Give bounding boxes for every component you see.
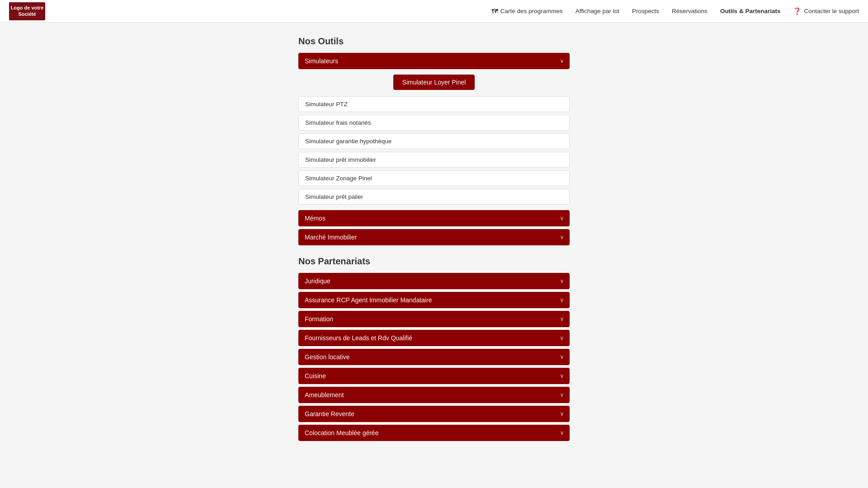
partenariat-chevron-3: v — [561, 335, 563, 341]
sim-item-garantie[interactable]: Simulateur garantie hypothèque — [298, 133, 570, 149]
partenariat-chevron-5: v — [561, 373, 563, 379]
partenariat-chevron-0: v — [561, 278, 563, 284]
logo[interactable]: Logo de votre Société — [9, 2, 45, 20]
partenariat-chevron-4: v — [561, 354, 563, 360]
nav-support[interactable]: ❓ Contacter le support — [793, 7, 859, 15]
memos-header[interactable]: Mémos v — [298, 210, 570, 226]
partenariat-header-3[interactable]: Fournisseurs de Leads et Rdv Qualifié v — [298, 330, 570, 346]
simulateurs-header[interactable]: Simulateurs v — [298, 53, 570, 69]
navbar: Logo de votre Société 🗺 Carte des progra… — [0, 0, 868, 23]
partenariat-chevron-8: v — [561, 430, 563, 436]
partenariat-item-7[interactable]: Garantie Revente v — [298, 406, 570, 422]
simulateurs-chevron: v — [561, 58, 563, 64]
nav-carte[interactable]: 🗺 Carte des programmes — [491, 7, 563, 15]
simulateurs-body: Simulateur Loyer Pinel Simulateur PTZ Si… — [298, 69, 570, 207]
partenariat-item-0[interactable]: Juridique v — [298, 273, 570, 289]
sim-item-frais[interactable]: Simulateur frais notariés — [298, 115, 570, 131]
marche-accordion[interactable]: Marché Immobilier v — [298, 229, 570, 245]
carte-icon: 🗺 — [491, 7, 498, 15]
nav-reservations[interactable]: Réservations — [672, 8, 708, 14]
partenariat-item-8[interactable]: Colocation Meublée gérée v — [298, 425, 570, 441]
partenariat-chevron-7: v — [561, 411, 563, 417]
nos-partenariats-title: Nos Partenariats — [298, 256, 570, 267]
nav-affichage[interactable]: Affichage par lot — [576, 8, 619, 14]
partenariat-header-4[interactable]: Gestion locative v — [298, 349, 570, 365]
memos-accordion[interactable]: Mémos v — [298, 210, 570, 226]
partenariat-chevron-1: v — [561, 297, 563, 303]
sim-item-ptz[interactable]: Simulateur PTZ — [298, 96, 570, 112]
simulateur-loyer-pinel-button[interactable]: Simulateur Loyer Pinel — [393, 75, 475, 90]
partenariat-chevron-2: v — [561, 316, 563, 322]
partenariat-item-2[interactable]: Formation v — [298, 311, 570, 327]
memos-chevron: v — [561, 215, 563, 221]
partenariat-item-4[interactable]: Gestion locative v — [298, 349, 570, 365]
partenariat-item-3[interactable]: Fournisseurs de Leads et Rdv Qualifié v — [298, 330, 570, 346]
nav-prospects[interactable]: Prospects — [632, 8, 659, 14]
main-content: Nos Outils Simulateurs v Simulateur Loye… — [289, 23, 579, 466]
nos-outils-title: Nos Outils — [298, 36, 570, 47]
partenariat-header-8[interactable]: Colocation Meublée gérée v — [298, 425, 570, 441]
partenariat-header-2[interactable]: Formation v — [298, 311, 570, 327]
support-icon: ❓ — [793, 7, 802, 15]
sim-item-pret-palier[interactable]: Simulateur prêt palier — [298, 189, 570, 205]
partenariat-header-7[interactable]: Garantie Revente v — [298, 406, 570, 422]
partenariat-header-5[interactable]: Cuisine v — [298, 368, 570, 384]
marche-header[interactable]: Marché Immobilier v — [298, 229, 570, 245]
nav-outils[interactable]: Outils & Partenariats — [720, 8, 781, 14]
partenariat-item-5[interactable]: Cuisine v — [298, 368, 570, 384]
partenariat-header-0[interactable]: Juridique v — [298, 273, 570, 289]
partenariat-header-1[interactable]: Assurance RCP Agent Immobilier Mandatair… — [298, 292, 570, 308]
partenariat-item-1[interactable]: Assurance RCP Agent Immobilier Mandatair… — [298, 292, 570, 308]
partenariat-header-6[interactable]: Ameublement v — [298, 387, 570, 403]
sim-item-pret[interactable]: Simulateur prêt immobilier — [298, 152, 570, 168]
sim-list: Simulateur PTZ Simulateur frais notariés… — [298, 96, 570, 205]
nav-links: 🗺 Carte des programmes Affichage par lot… — [491, 7, 859, 15]
marche-chevron: v — [561, 234, 563, 240]
partenariat-item-6[interactable]: Ameublement v — [298, 387, 570, 403]
sim-item-zonage[interactable]: Simulateur Zonage Pinel — [298, 170, 570, 186]
partenariat-list: Juridique v Assurance RCP Agent Immobili… — [298, 273, 570, 441]
simulateurs-section: Simulateurs v Simulateur Loyer Pinel Sim… — [298, 53, 570, 207]
partenariat-chevron-6: v — [561, 392, 563, 398]
